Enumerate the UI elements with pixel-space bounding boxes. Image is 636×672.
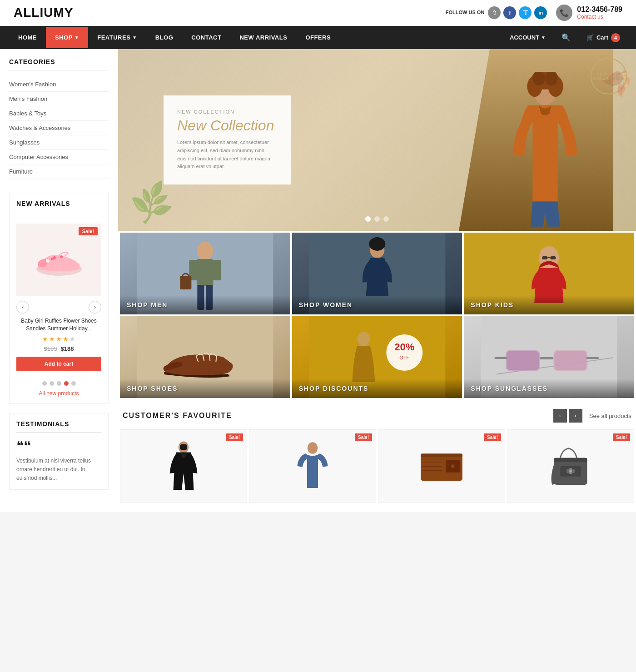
svg-rect-13 bbox=[197, 259, 213, 286]
new-price: $188 bbox=[61, 345, 74, 352]
svg-point-2 bbox=[53, 256, 56, 259]
nav-new-arrivals[interactable]: NEW ARRIVALS bbox=[230, 27, 296, 48]
svg-rect-25 bbox=[551, 256, 556, 259]
product-2-image: Sale! bbox=[249, 430, 376, 503]
share-icon[interactable]: ⇧ bbox=[488, 6, 501, 19]
star-2: ★ bbox=[49, 335, 55, 343]
product-3-image: Sale! bbox=[378, 430, 505, 503]
category-item-womens[interactable]: Women's Fashion bbox=[9, 77, 109, 92]
cart-icon: 🛒 bbox=[586, 34, 594, 41]
svg-point-1 bbox=[46, 259, 50, 263]
product-stars: ★ ★ ★ ★ ★ bbox=[16, 335, 101, 343]
product-4-image: Sale! bbox=[507, 430, 634, 503]
coat-svg bbox=[165, 437, 202, 496]
main-content: 🌿 New Collection New Collection Lorem ip… bbox=[118, 49, 636, 512]
category-item-sunglasses[interactable]: Sunglasses bbox=[9, 135, 109, 150]
svg-point-12 bbox=[197, 242, 213, 260]
account-chevron-icon: ▼ bbox=[541, 35, 546, 40]
category-item-furniture[interactable]: Furniture bbox=[9, 164, 109, 179]
category-item-watches[interactable]: Watches & Accessories bbox=[9, 121, 109, 135]
product-card-1: Sale! bbox=[120, 429, 247, 503]
dot-4 bbox=[64, 381, 69, 386]
hero-dot-2 bbox=[374, 216, 380, 222]
hero-dot-3 bbox=[383, 216, 389, 222]
hero-model-body bbox=[482, 49, 609, 231]
product-carousel: Sale! ‹ › bbox=[16, 219, 101, 376]
sale-badge: Sale! bbox=[79, 227, 98, 235]
brand-logo: ALLIUMY bbox=[14, 5, 73, 20]
svg-point-34 bbox=[386, 334, 422, 371]
all-products-link[interactable]: All new products bbox=[16, 390, 101, 397]
shop-kids-card[interactable]: SHOP KIDS bbox=[464, 233, 634, 314]
svg-line-31 bbox=[216, 356, 216, 362]
contact-us-link[interactable]: Contact us bbox=[577, 14, 622, 20]
cart-label: Cart bbox=[596, 34, 608, 41]
star-1: ★ bbox=[42, 335, 48, 343]
svg-rect-18 bbox=[180, 276, 191, 289]
shop-men-label: SHOP MEN bbox=[127, 301, 168, 309]
hero-content-box: New Collection New Collection Lorem ipsu… bbox=[164, 95, 291, 184]
svg-point-61 bbox=[569, 470, 571, 472]
social-icons-group: ⇧ f 𝕋 in bbox=[488, 6, 547, 19]
main-nav: HOME SHOP ▼ FEATURES ▼ BLOG CONTACT NEW … bbox=[0, 26, 636, 49]
product-1-sale-badge: Sale! bbox=[226, 433, 243, 441]
hero-dot-1 bbox=[365, 216, 371, 222]
dot-3 bbox=[57, 381, 61, 386]
nav-shop[interactable]: SHOP ▼ bbox=[46, 27, 88, 48]
dot-1 bbox=[42, 381, 47, 386]
category-item-babies[interactable]: Babies & Toys bbox=[9, 106, 109, 121]
customer-favourite-header: CUSTOMER'S FAVOURITE ‹ › See all product… bbox=[118, 400, 636, 429]
shop-shoes-card[interactable]: SHOP SHOES bbox=[120, 316, 290, 398]
svg-rect-24 bbox=[542, 256, 548, 259]
main-layout: CATEGORIES Women's Fashion Men's Fashion… bbox=[0, 49, 636, 512]
svg-rect-40 bbox=[507, 351, 539, 370]
nav-blog[interactable]: BLOG bbox=[146, 27, 183, 48]
svg-rect-47 bbox=[180, 444, 187, 450]
shop-sunglasses-overlay: SHOP SUNGLASSES bbox=[464, 379, 634, 398]
hero-title: New Collection bbox=[177, 117, 277, 134]
carousel-dots bbox=[16, 381, 101, 386]
cart-button[interactable]: 🛒 Cart 4 bbox=[580, 29, 627, 47]
search-button[interactable]: 🔍 bbox=[555, 26, 577, 49]
account-menu[interactable]: ACCOUNT ▼ bbox=[503, 27, 552, 48]
svg-rect-41 bbox=[540, 357, 554, 359]
product-shoe-image bbox=[32, 237, 86, 283]
shop-women-card[interactable]: SHOP WOMEN bbox=[292, 233, 462, 314]
shop-women-overlay: SHOP WOMEN bbox=[292, 295, 462, 314]
product-card-3: Sale! bbox=[378, 429, 505, 503]
category-item-computer[interactable]: Computer Accessories bbox=[9, 150, 109, 164]
star-3: ★ bbox=[56, 335, 62, 343]
svg-text:OFF: OFF bbox=[399, 355, 409, 360]
twitter-icon[interactable]: 𝕋 bbox=[519, 6, 532, 19]
favourite-next-btn[interactable]: › bbox=[569, 409, 582, 423]
shop-kids-label: SHOP KIDS bbox=[471, 301, 514, 309]
shop-men-card[interactable]: SHOP MEN bbox=[120, 233, 290, 314]
nav-offers[interactable]: OFFERS bbox=[296, 27, 340, 48]
star-4: ★ bbox=[63, 335, 69, 343]
shop-discounts-card[interactable]: 20% OFF SHOP DISCOUNTS bbox=[292, 316, 462, 398]
star-5: ★ bbox=[70, 335, 75, 343]
nav-home[interactable]: HOME bbox=[9, 27, 46, 48]
linkedin-icon[interactable]: in bbox=[534, 6, 547, 19]
see-all-link[interactable]: See all products bbox=[589, 413, 631, 419]
shop-sunglasses-label: SHOP SUNGLASSES bbox=[471, 385, 548, 392]
nav-contact[interactable]: CONTACT bbox=[182, 27, 230, 48]
hero-banner: 🌿 New Collection New Collection Lorem ip… bbox=[118, 49, 636, 231]
category-item-mens[interactable]: Men's Fashion bbox=[9, 92, 109, 106]
shop-sunglasses-card[interactable]: SHOP SUNGLASSES bbox=[464, 316, 634, 398]
svg-rect-50 bbox=[421, 454, 462, 457]
favourite-prev-btn[interactable]: ‹ bbox=[553, 409, 567, 423]
carousel-next-btn[interactable]: › bbox=[89, 301, 101, 314]
testimonials-title: TESTIMONIALS bbox=[16, 420, 101, 433]
tshirt-svg bbox=[294, 437, 331, 496]
product-2-sale-badge: Sale! bbox=[355, 433, 372, 441]
shop-kids-overlay: SHOP KIDS bbox=[464, 295, 634, 314]
svg-point-21 bbox=[369, 237, 385, 251]
customer-products-row: Sale! Sale! bbox=[118, 429, 636, 512]
nav-features[interactable]: FEATURES ▼ bbox=[88, 27, 146, 48]
category-list: Women's Fashion Men's Fashion Babies & T… bbox=[9, 77, 109, 179]
facebook-icon[interactable]: f bbox=[503, 6, 516, 19]
carousel-prev-btn[interactable]: ‹ bbox=[16, 301, 29, 314]
product-image: Sale! bbox=[16, 224, 101, 296]
add-to-cart-btn[interactable]: Add to cart bbox=[16, 357, 101, 371]
